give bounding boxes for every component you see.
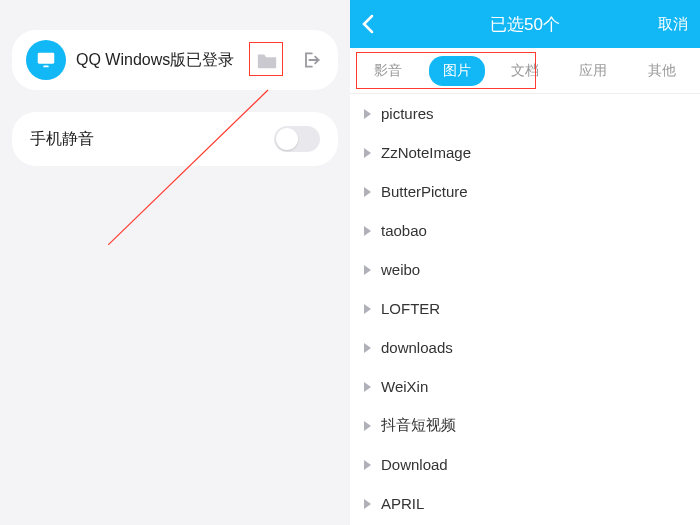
login-status-text: QQ Windows版已登录: [76, 50, 242, 71]
folder-name: Download: [381, 456, 448, 473]
list-item[interactable]: taobao: [350, 211, 700, 250]
list-item[interactable]: ZzNoteImage: [350, 133, 700, 172]
list-item[interactable]: ButterPicture: [350, 172, 700, 211]
tab-other[interactable]: 其他: [634, 56, 690, 86]
list-item[interactable]: 抖音短视频: [350, 406, 700, 445]
back-button[interactable]: [362, 14, 392, 34]
tab-media[interactable]: 影音: [360, 56, 416, 86]
chevron-right-icon: [364, 499, 371, 509]
folder-name: 抖音短视频: [381, 416, 456, 435]
chevron-right-icon: [364, 226, 371, 236]
list-item[interactable]: Download: [350, 445, 700, 484]
chevron-right-icon: [364, 109, 371, 119]
svg-rect-0: [38, 53, 55, 64]
list-item[interactable]: LOFTER: [350, 289, 700, 328]
list-item[interactable]: WeiXin: [350, 367, 700, 406]
folder-name: downloads: [381, 339, 453, 356]
file-picker-panel: 已选50个 取消 影音 图片 文档 应用 其他 pictures ZzNoteI…: [350, 0, 700, 525]
tab-pictures[interactable]: 图片: [429, 56, 485, 86]
folder-name: WeiXin: [381, 378, 428, 395]
chevron-right-icon: [364, 304, 371, 314]
monitor-icon: [26, 40, 66, 80]
list-item[interactable]: downloads: [350, 328, 700, 367]
phone-mute-toggle[interactable]: [274, 126, 320, 152]
folder-name: ButterPicture: [381, 183, 468, 200]
tab-apps[interactable]: 应用: [565, 56, 621, 86]
chevron-right-icon: [364, 421, 371, 431]
cancel-button[interactable]: 取消: [658, 15, 688, 34]
file-transfer-button[interactable]: [252, 45, 282, 75]
folder-name: weibo: [381, 261, 420, 278]
folder-name: LOFTER: [381, 300, 440, 317]
category-tabs: 影音 图片 文档 应用 其他: [350, 48, 700, 94]
chevron-right-icon: [364, 382, 371, 392]
list-item[interactable]: weibo: [350, 250, 700, 289]
list-item[interactable]: pictures: [350, 94, 700, 133]
tab-docs[interactable]: 文档: [497, 56, 553, 86]
folder-name: pictures: [381, 105, 434, 122]
chevron-right-icon: [364, 265, 371, 275]
header-title: 已选50个: [350, 13, 700, 36]
phone-mute-card: 手机静音: [12, 112, 338, 166]
folder-name: taobao: [381, 222, 427, 239]
folder-name: ZzNoteImage: [381, 144, 471, 161]
phone-mute-label: 手机静音: [30, 129, 94, 150]
chevron-right-icon: [364, 343, 371, 353]
chevron-right-icon: [364, 460, 371, 470]
header-bar: 已选50个 取消: [350, 0, 700, 48]
chevron-right-icon: [364, 187, 371, 197]
settings-panel: QQ Windows版已登录 手机静音: [0, 0, 350, 525]
chevron-right-icon: [364, 148, 371, 158]
logout-button[interactable]: [298, 47, 324, 73]
annotation-box: [249, 42, 283, 76]
folder-name: APRIL: [381, 495, 424, 512]
login-status-card: QQ Windows版已登录: [12, 30, 338, 90]
folder-list: pictures ZzNoteImage ButterPicture taoba…: [350, 94, 700, 525]
list-item[interactable]: APRIL: [350, 484, 700, 523]
svg-rect-1: [43, 66, 49, 68]
